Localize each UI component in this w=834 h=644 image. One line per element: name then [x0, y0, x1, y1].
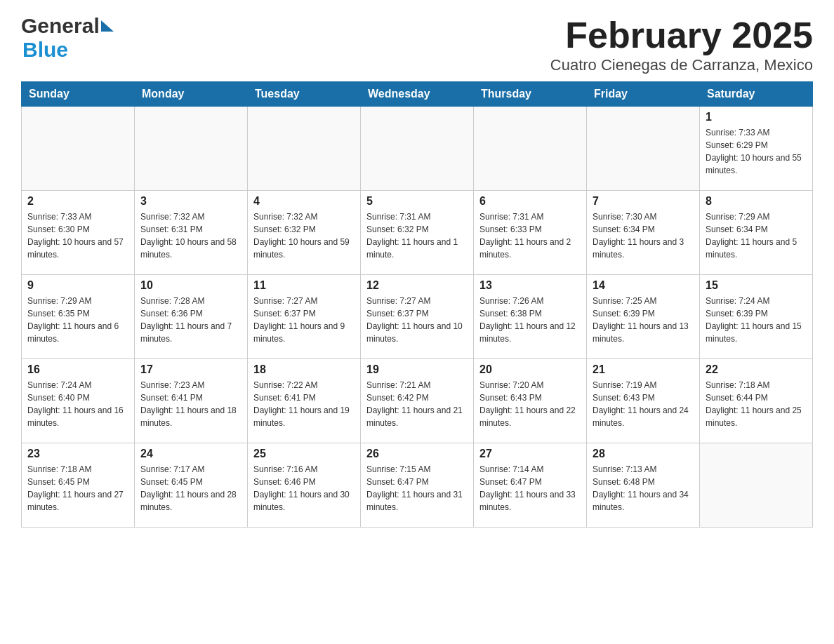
calendar-cell — [135, 107, 248, 191]
day-info: Sunrise: 7:32 AMSunset: 6:32 PMDaylight:… — [253, 210, 355, 261]
logo: General Blue — [21, 14, 114, 62]
day-info: Sunrise: 7:17 AMSunset: 6:45 PMDaylight:… — [140, 463, 241, 514]
day-number: 6 — [479, 195, 581, 208]
day-number: 5 — [366, 195, 468, 208]
calendar-cell: 8Sunrise: 7:29 AMSunset: 6:34 PMDaylight… — [700, 191, 813, 275]
calendar-cell: 23Sunrise: 7:18 AMSunset: 6:45 PMDayligh… — [22, 443, 135, 528]
day-info: Sunrise: 7:21 AMSunset: 6:42 PMDaylight:… — [366, 379, 468, 429]
day-info: Sunrise: 7:27 AMSunset: 6:37 PMDaylight:… — [253, 295, 355, 345]
day-info: Sunrise: 7:19 AMSunset: 6:43 PMDaylight:… — [593, 379, 694, 429]
calendar-cell: 21Sunrise: 7:19 AMSunset: 6:43 PMDayligh… — [587, 359, 700, 443]
calendar-cell: 11Sunrise: 7:27 AMSunset: 6:37 PMDayligh… — [248, 275, 361, 359]
day-number: 20 — [479, 363, 581, 376]
calendar-week-row: 16Sunrise: 7:24 AMSunset: 6:40 PMDayligh… — [22, 359, 813, 443]
column-header-monday: Monday — [135, 82, 248, 107]
calendar-cell: 16Sunrise: 7:24 AMSunset: 6:40 PMDayligh… — [22, 359, 135, 443]
calendar-cell: 5Sunrise: 7:31 AMSunset: 6:32 PMDaylight… — [361, 191, 474, 275]
day-info: Sunrise: 7:20 AMSunset: 6:43 PMDaylight:… — [479, 379, 581, 429]
calendar-week-row: 2Sunrise: 7:33 AMSunset: 6:30 PMDaylight… — [22, 191, 813, 275]
logo-blue-text: Blue — [22, 38, 68, 62]
day-info: Sunrise: 7:16 AMSunset: 6:46 PMDaylight:… — [253, 463, 355, 514]
day-number: 28 — [593, 448, 694, 460]
day-info: Sunrise: 7:25 AMSunset: 6:39 PMDaylight:… — [593, 295, 694, 345]
day-info: Sunrise: 7:24 AMSunset: 6:39 PMDaylight:… — [706, 295, 807, 345]
calendar-cell — [700, 443, 813, 528]
day-info: Sunrise: 7:23 AMSunset: 6:41 PMDaylight:… — [140, 379, 241, 429]
day-number: 3 — [140, 195, 241, 208]
day-number: 2 — [27, 195, 128, 208]
day-number: 27 — [479, 448, 581, 460]
calendar-cell: 20Sunrise: 7:20 AMSunset: 6:43 PMDayligh… — [474, 359, 587, 443]
day-number: 9 — [27, 279, 128, 292]
day-number: 7 — [593, 195, 694, 208]
day-number: 23 — [27, 448, 128, 460]
calendar-cell — [361, 107, 474, 191]
day-info: Sunrise: 7:29 AMSunset: 6:35 PMDaylight:… — [27, 295, 128, 345]
day-info: Sunrise: 7:33 AMSunset: 6:30 PMDaylight:… — [27, 210, 128, 261]
calendar-cell: 15Sunrise: 7:24 AMSunset: 6:39 PMDayligh… — [700, 275, 813, 359]
calendar-header-row: SundayMondayTuesdayWednesdayThursdayFrid… — [22, 82, 813, 107]
calendar-title: February 2025 — [550, 14, 813, 56]
day-number: 24 — [140, 448, 241, 460]
column-header-friday: Friday — [587, 82, 700, 107]
day-number: 22 — [706, 363, 807, 376]
calendar-cell — [22, 107, 135, 191]
calendar-cell: 2Sunrise: 7:33 AMSunset: 6:30 PMDaylight… — [22, 191, 135, 275]
day-info: Sunrise: 7:28 AMSunset: 6:36 PMDaylight:… — [140, 295, 241, 345]
calendar-cell: 19Sunrise: 7:21 AMSunset: 6:42 PMDayligh… — [361, 359, 474, 443]
calendar-week-row: 9Sunrise: 7:29 AMSunset: 6:35 PMDaylight… — [22, 275, 813, 359]
column-header-wednesday: Wednesday — [361, 82, 474, 107]
day-number: 13 — [479, 279, 581, 292]
calendar-week-row: 1Sunrise: 7:33 AMSunset: 6:29 PMDaylight… — [22, 107, 813, 191]
calendar-cell — [474, 107, 587, 191]
calendar-cell: 1Sunrise: 7:33 AMSunset: 6:29 PMDaylight… — [700, 107, 813, 191]
day-number: 10 — [140, 279, 241, 292]
calendar-cell: 27Sunrise: 7:14 AMSunset: 6:47 PMDayligh… — [474, 443, 587, 528]
calendar-cell: 28Sunrise: 7:13 AMSunset: 6:48 PMDayligh… — [587, 443, 700, 528]
day-number: 12 — [366, 279, 468, 292]
day-info: Sunrise: 7:30 AMSunset: 6:34 PMDaylight:… — [593, 210, 694, 261]
column-header-thursday: Thursday — [474, 82, 587, 107]
calendar-cell: 13Sunrise: 7:26 AMSunset: 6:38 PMDayligh… — [474, 275, 587, 359]
day-number: 26 — [366, 448, 468, 460]
day-info: Sunrise: 7:33 AMSunset: 6:29 PMDaylight:… — [706, 126, 807, 177]
title-section: February 2025 Cuatro Cienegas de Carranz… — [550, 14, 813, 74]
day-info: Sunrise: 7:32 AMSunset: 6:31 PMDaylight:… — [140, 210, 241, 261]
calendar-cell: 4Sunrise: 7:32 AMSunset: 6:32 PMDaylight… — [248, 191, 361, 275]
calendar-cell — [248, 107, 361, 191]
calendar-cell: 26Sunrise: 7:15 AMSunset: 6:47 PMDayligh… — [361, 443, 474, 528]
day-number: 18 — [253, 363, 355, 376]
calendar-cell: 7Sunrise: 7:30 AMSunset: 6:34 PMDaylight… — [587, 191, 700, 275]
day-number: 16 — [27, 363, 128, 376]
day-number: 17 — [140, 363, 241, 376]
calendar-cell: 12Sunrise: 7:27 AMSunset: 6:37 PMDayligh… — [361, 275, 474, 359]
calendar-week-row: 23Sunrise: 7:18 AMSunset: 6:45 PMDayligh… — [22, 443, 813, 528]
day-info: Sunrise: 7:27 AMSunset: 6:37 PMDaylight:… — [366, 295, 468, 345]
column-header-tuesday: Tuesday — [248, 82, 361, 107]
calendar-cell: 17Sunrise: 7:23 AMSunset: 6:41 PMDayligh… — [135, 359, 248, 443]
calendar-cell — [587, 107, 700, 191]
calendar-cell: 3Sunrise: 7:32 AMSunset: 6:31 PMDaylight… — [135, 191, 248, 275]
day-info: Sunrise: 7:14 AMSunset: 6:47 PMDaylight:… — [479, 463, 581, 514]
column-header-sunday: Sunday — [22, 82, 135, 107]
calendar-table: SundayMondayTuesdayWednesdayThursdayFrid… — [21, 81, 813, 528]
calendar-cell: 24Sunrise: 7:17 AMSunset: 6:45 PMDayligh… — [135, 443, 248, 528]
day-number: 21 — [593, 363, 694, 376]
day-number: 25 — [253, 448, 355, 460]
day-number: 14 — [593, 279, 694, 292]
calendar-cell: 14Sunrise: 7:25 AMSunset: 6:39 PMDayligh… — [587, 275, 700, 359]
calendar-cell: 9Sunrise: 7:29 AMSunset: 6:35 PMDaylight… — [22, 275, 135, 359]
logo-triangle-icon — [101, 20, 114, 32]
column-header-saturday: Saturday — [700, 82, 813, 107]
day-info: Sunrise: 7:26 AMSunset: 6:38 PMDaylight:… — [479, 295, 581, 345]
day-info: Sunrise: 7:15 AMSunset: 6:47 PMDaylight:… — [366, 463, 468, 514]
day-number: 8 — [706, 195, 807, 208]
calendar-subtitle: Cuatro Cienegas de Carranza, Mexico — [550, 56, 813, 74]
day-info: Sunrise: 7:31 AMSunset: 6:33 PMDaylight:… — [479, 210, 581, 261]
day-info: Sunrise: 7:31 AMSunset: 6:32 PMDaylight:… — [366, 210, 468, 261]
day-info: Sunrise: 7:13 AMSunset: 6:48 PMDaylight:… — [593, 463, 694, 514]
day-info: Sunrise: 7:24 AMSunset: 6:40 PMDaylight:… — [27, 379, 128, 429]
day-number: 19 — [366, 363, 468, 376]
calendar-cell: 6Sunrise: 7:31 AMSunset: 6:33 PMDaylight… — [474, 191, 587, 275]
logo-general-text: General — [21, 14, 100, 38]
